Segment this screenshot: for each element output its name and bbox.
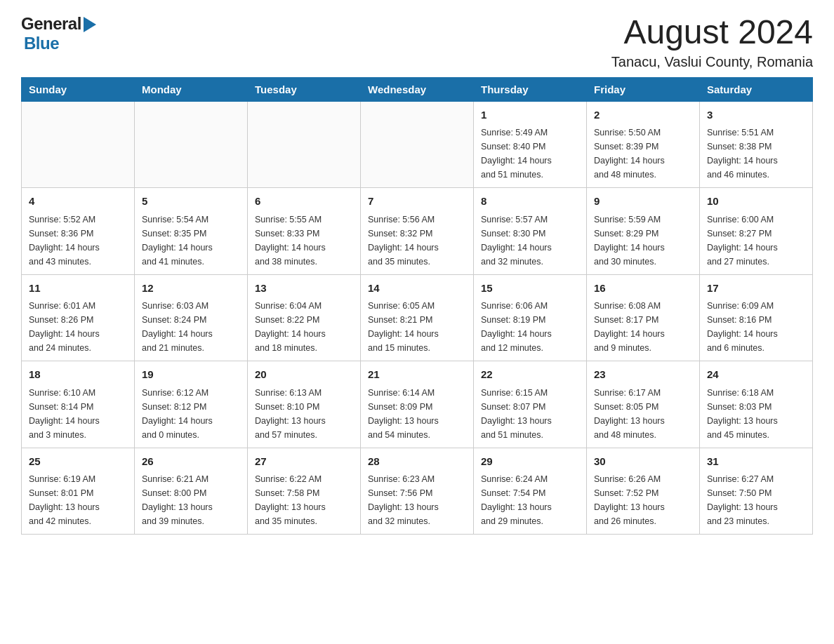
calendar-cell: 17Sunrise: 6:09 AM Sunset: 8:16 PM Dayli… (700, 274, 813, 361)
calendar-cell: 28Sunrise: 6:23 AM Sunset: 7:56 PM Dayli… (361, 448, 474, 535)
day-number: 7 (368, 194, 466, 210)
day-info: Sunrise: 6:04 AM Sunset: 8:22 PM Dayligh… (255, 299, 353, 355)
day-number: 9 (594, 194, 692, 210)
page-header: General Blue August 2024 Tanacu, Vaslui … (21, 14, 813, 70)
calendar-cell: 29Sunrise: 6:24 AM Sunset: 7:54 PM Dayli… (474, 448, 587, 535)
day-number: 5 (142, 194, 240, 210)
day-number: 15 (481, 281, 579, 297)
day-info: Sunrise: 6:22 AM Sunset: 7:58 PM Dayligh… (255, 472, 353, 528)
calendar-week-row: 25Sunrise: 6:19 AM Sunset: 8:01 PM Dayli… (22, 448, 813, 535)
day-info: Sunrise: 6:15 AM Sunset: 8:07 PM Dayligh… (481, 386, 579, 442)
calendar-cell: 18Sunrise: 6:10 AM Sunset: 8:14 PM Dayli… (22, 361, 135, 448)
day-info: Sunrise: 5:50 AM Sunset: 8:39 PM Dayligh… (594, 126, 692, 182)
calendar-header: SundayMondayTuesdayWednesdayThursdayFrid… (22, 77, 813, 101)
day-number: 31 (707, 454, 805, 470)
day-number: 29 (481, 454, 579, 470)
calendar-cell: 4Sunrise: 5:52 AM Sunset: 8:36 PM Daylig… (22, 188, 135, 275)
calendar-cell: 8Sunrise: 5:57 AM Sunset: 8:30 PM Daylig… (474, 188, 587, 275)
day-info: Sunrise: 6:00 AM Sunset: 8:27 PM Dayligh… (707, 213, 805, 269)
weekday-header-sunday: Sunday (22, 77, 135, 101)
day-number: 21 (368, 367, 466, 383)
day-info: Sunrise: 6:13 AM Sunset: 8:10 PM Dayligh… (255, 386, 353, 442)
day-info: Sunrise: 5:49 AM Sunset: 8:40 PM Dayligh… (481, 126, 579, 182)
day-number: 8 (481, 194, 579, 210)
day-info: Sunrise: 6:14 AM Sunset: 8:09 PM Dayligh… (368, 386, 466, 442)
day-number: 27 (255, 454, 353, 470)
day-info: Sunrise: 6:18 AM Sunset: 8:03 PM Dayligh… (707, 386, 805, 442)
calendar-week-row: 4Sunrise: 5:52 AM Sunset: 8:36 PM Daylig… (22, 188, 813, 275)
day-number: 30 (594, 454, 692, 470)
day-number: 2 (594, 107, 692, 123)
day-number: 26 (142, 454, 240, 470)
calendar-cell: 13Sunrise: 6:04 AM Sunset: 8:22 PM Dayli… (248, 274, 361, 361)
calendar-cell: 15Sunrise: 6:06 AM Sunset: 8:19 PM Dayli… (474, 274, 587, 361)
logo-arrow-icon (84, 17, 96, 32)
day-info: Sunrise: 5:55 AM Sunset: 8:33 PM Dayligh… (255, 213, 353, 269)
calendar-cell (361, 101, 474, 188)
day-info: Sunrise: 6:01 AM Sunset: 8:26 PM Dayligh… (29, 299, 127, 355)
month-year-heading: August 2024 (611, 14, 813, 51)
day-info: Sunrise: 5:54 AM Sunset: 8:35 PM Dayligh… (142, 213, 240, 269)
day-info: Sunrise: 6:17 AM Sunset: 8:05 PM Dayligh… (594, 386, 692, 442)
day-number: 6 (255, 194, 353, 210)
calendar-week-row: 18Sunrise: 6:10 AM Sunset: 8:14 PM Dayli… (22, 361, 813, 448)
calendar-cell: 5Sunrise: 5:54 AM Sunset: 8:35 PM Daylig… (135, 188, 248, 275)
day-info: Sunrise: 6:23 AM Sunset: 7:56 PM Dayligh… (368, 472, 466, 528)
day-number: 14 (368, 281, 466, 297)
calendar-week-row: 1Sunrise: 5:49 AM Sunset: 8:40 PM Daylig… (22, 101, 813, 188)
title-block: August 2024 Tanacu, Vaslui County, Roman… (611, 14, 813, 70)
calendar-cell: 31Sunrise: 6:27 AM Sunset: 7:50 PM Dayli… (700, 448, 813, 535)
calendar-cell: 30Sunrise: 6:26 AM Sunset: 7:52 PM Dayli… (587, 448, 700, 535)
calendar-cell: 16Sunrise: 6:08 AM Sunset: 8:17 PM Dayli… (587, 274, 700, 361)
day-info: Sunrise: 6:10 AM Sunset: 8:14 PM Dayligh… (29, 386, 127, 442)
calendar-cell: 19Sunrise: 6:12 AM Sunset: 8:12 PM Dayli… (135, 361, 248, 448)
calendar-cell: 22Sunrise: 6:15 AM Sunset: 8:07 PM Dayli… (474, 361, 587, 448)
day-info: Sunrise: 5:59 AM Sunset: 8:29 PM Dayligh… (594, 213, 692, 269)
day-number: 19 (142, 367, 240, 383)
day-number: 4 (29, 194, 127, 210)
day-info: Sunrise: 5:57 AM Sunset: 8:30 PM Dayligh… (481, 213, 579, 269)
day-info: Sunrise: 5:52 AM Sunset: 8:36 PM Dayligh… (29, 213, 127, 269)
calendar-cell (135, 101, 248, 188)
day-number: 11 (29, 281, 127, 297)
day-info: Sunrise: 5:56 AM Sunset: 8:32 PM Dayligh… (368, 213, 466, 269)
day-info: Sunrise: 6:19 AM Sunset: 8:01 PM Dayligh… (29, 472, 127, 528)
calendar-cell (248, 101, 361, 188)
day-number: 17 (707, 281, 805, 297)
day-number: 20 (255, 367, 353, 383)
day-number: 13 (255, 281, 353, 297)
calendar-cell: 21Sunrise: 6:14 AM Sunset: 8:09 PM Dayli… (361, 361, 474, 448)
day-info: Sunrise: 6:05 AM Sunset: 8:21 PM Dayligh… (368, 299, 466, 355)
weekday-header-saturday: Saturday (700, 77, 813, 101)
calendar-cell: 11Sunrise: 6:01 AM Sunset: 8:26 PM Dayli… (22, 274, 135, 361)
day-number: 16 (594, 281, 692, 297)
day-info: Sunrise: 6:06 AM Sunset: 8:19 PM Dayligh… (481, 299, 579, 355)
location-text: Tanacu, Vaslui County, Romania (611, 54, 813, 70)
day-number: 10 (707, 194, 805, 210)
calendar-cell: 25Sunrise: 6:19 AM Sunset: 8:01 PM Dayli… (22, 448, 135, 535)
calendar-cell: 2Sunrise: 5:50 AM Sunset: 8:39 PM Daylig… (587, 101, 700, 188)
calendar-cell: 6Sunrise: 5:55 AM Sunset: 8:33 PM Daylig… (248, 188, 361, 275)
calendar-cell: 12Sunrise: 6:03 AM Sunset: 8:24 PM Dayli… (135, 274, 248, 361)
day-number: 28 (368, 454, 466, 470)
calendar-cell: 24Sunrise: 6:18 AM Sunset: 8:03 PM Dayli… (700, 361, 813, 448)
day-info: Sunrise: 6:09 AM Sunset: 8:16 PM Dayligh… (707, 299, 805, 355)
day-number: 18 (29, 367, 127, 383)
weekday-header-monday: Monday (135, 77, 248, 101)
calendar-cell: 10Sunrise: 6:00 AM Sunset: 8:27 PM Dayli… (700, 188, 813, 275)
calendar-cell: 3Sunrise: 5:51 AM Sunset: 8:38 PM Daylig… (700, 101, 813, 188)
calendar-cell (22, 101, 135, 188)
day-info: Sunrise: 6:27 AM Sunset: 7:50 PM Dayligh… (707, 472, 805, 528)
weekday-header-thursday: Thursday (474, 77, 587, 101)
calendar-week-row: 11Sunrise: 6:01 AM Sunset: 8:26 PM Dayli… (22, 274, 813, 361)
weekday-header-friday: Friday (587, 77, 700, 101)
calendar-body: 1Sunrise: 5:49 AM Sunset: 8:40 PM Daylig… (22, 101, 813, 535)
calendar-cell: 27Sunrise: 6:22 AM Sunset: 7:58 PM Dayli… (248, 448, 361, 535)
day-number: 12 (142, 281, 240, 297)
calendar-cell: 9Sunrise: 5:59 AM Sunset: 8:29 PM Daylig… (587, 188, 700, 275)
logo: General Blue (21, 14, 96, 53)
day-number: 3 (707, 107, 805, 123)
weekday-header-row: SundayMondayTuesdayWednesdayThursdayFrid… (22, 77, 813, 101)
calendar-cell: 23Sunrise: 6:17 AM Sunset: 8:05 PM Dayli… (587, 361, 700, 448)
calendar-cell: 26Sunrise: 6:21 AM Sunset: 8:00 PM Dayli… (135, 448, 248, 535)
